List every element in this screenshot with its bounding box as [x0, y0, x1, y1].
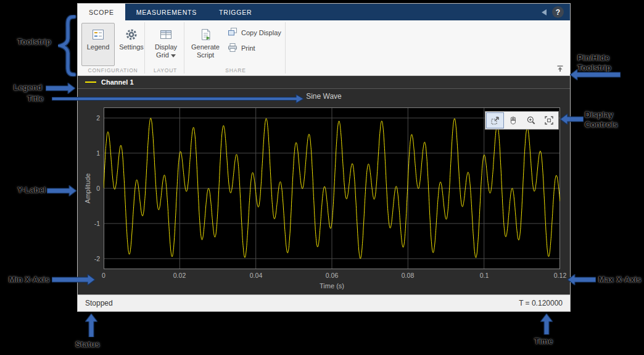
- annotation-arrow-display-controls: [560, 114, 584, 125]
- display-grid-label-line2-text: Grid: [156, 51, 169, 59]
- status-bar: Stopped T = 0.120000: [78, 294, 570, 311]
- scale-axes-icon: [490, 115, 500, 125]
- print-label: Print: [241, 44, 255, 52]
- help-button[interactable]: ?: [552, 6, 564, 18]
- tab-measurements[interactable]: MEASUREMENTS: [125, 4, 208, 20]
- tab-scope[interactable]: SCOPE: [78, 4, 125, 20]
- x-tick-min: 0: [102, 272, 105, 279]
- time-readout: T = 0.120000: [519, 299, 563, 307]
- annotation-max-x-axis: Max X-Axis: [598, 275, 641, 285]
- generate-script-label-line1: Generate: [191, 43, 220, 51]
- scope-display: Channel 1 Sine Wave Amplitude 2 1 0 -1 -…: [78, 76, 570, 294]
- annotation-legend: Legend: [14, 83, 42, 93]
- toolstrip: Legend Settings: [78, 20, 570, 76]
- legend-icon: [91, 26, 105, 43]
- y-tick: 1: [84, 149, 100, 157]
- zoom-in-icon: [526, 115, 536, 125]
- x-tick: 0.08: [402, 272, 414, 279]
- group-label-share: SHARE: [225, 67, 246, 73]
- y-tick: 2: [84, 114, 100, 122]
- plot-area: Amplitude 2 1 0 -1 -2: [78, 102, 570, 294]
- print-button[interactable]: Print: [227, 42, 281, 54]
- annotation-arrow-title: [52, 94, 303, 104]
- copy-display-label: Copy Display: [241, 29, 281, 36]
- fit-to-view-button[interactable]: [540, 112, 558, 128]
- pan-button[interactable]: [504, 112, 522, 128]
- collapse-chevron-icon[interactable]: [542, 9, 547, 15]
- fit-to-view-icon: [544, 115, 554, 125]
- generate-script-button[interactable]: Generate Script: [188, 23, 223, 66]
- x-tick: 0.04: [250, 272, 262, 279]
- group-label-layout: LAYOUT: [154, 67, 177, 73]
- x-tick-max: 0.12: [554, 272, 566, 279]
- display-grid-label-line1: Display: [155, 43, 177, 51]
- annotation-status: Status: [75, 340, 100, 349]
- annotation-y-label: Y-Label: [17, 185, 46, 195]
- x-axis-label: Time (s): [320, 282, 344, 290]
- x-tick: 0.06: [326, 272, 338, 279]
- page: SCOPE MEASUREMENTS TRIGGER ?: [0, 0, 644, 355]
- toolstrip-separator: [144, 22, 145, 73]
- display-grid-label-line2: Grid: [156, 51, 176, 59]
- status-text: Stopped: [85, 299, 113, 307]
- legend-bar[interactable]: Channel 1: [78, 76, 570, 89]
- zoom-in-button[interactable]: [522, 112, 540, 128]
- y-tick: 0: [84, 185, 100, 192]
- annotation-display-controls: Display Controls: [585, 110, 624, 130]
- legend-button[interactable]: Legend: [81, 23, 115, 66]
- channel-label: Channel 1: [101, 78, 134, 86]
- toolstrip-separator: [184, 22, 184, 73]
- copy-display-icon: [227, 27, 238, 39]
- annotation-arrow-pin-hide: [570, 69, 621, 80]
- display-grid-icon: [159, 26, 173, 43]
- annotation-arrow-status: [85, 314, 97, 337]
- settings-button[interactable]: Settings: [115, 23, 148, 66]
- annotation-time: Time: [534, 336, 553, 346]
- pin-toolstrip-icon: [556, 64, 564, 73]
- plot-canvas[interactable]: [104, 107, 560, 269]
- toolstrip-separator: [285, 22, 286, 73]
- annotation-arrow-legend: [46, 83, 75, 94]
- scale-axes-button[interactable]: [486, 112, 504, 128]
- annotation-arrow-y-label: [47, 185, 76, 196]
- generate-script-icon: [198, 26, 213, 43]
- x-tick: 0.02: [173, 272, 186, 279]
- tab-bar: SCOPE MEASUREMENTS TRIGGER ?: [78, 4, 570, 20]
- gear-icon: [124, 26, 139, 43]
- annotation-arrow-min-x: [52, 274, 95, 285]
- scope-window: SCOPE MEASUREMENTS TRIGGER ?: [77, 3, 571, 312]
- annotation-arrow-time: [540, 314, 553, 335]
- print-icon: [227, 42, 238, 54]
- settings-button-label: Settings: [119, 43, 144, 51]
- dropdown-caret-icon: [171, 54, 176, 57]
- annotation-toolstrip: Toolstrip: [17, 37, 51, 47]
- copy-display-button[interactable]: Copy Display: [227, 27, 281, 39]
- annotation-min-x-axis: Min X-Axis: [9, 275, 49, 285]
- display-controls-toolbar: [485, 111, 559, 130]
- group-label-configuration: CONFIGURATION: [88, 67, 138, 73]
- y-tick: -2: [84, 255, 100, 262]
- annotation-title: Title: [27, 94, 44, 104]
- annotation-brace-toolstrip: [58, 15, 76, 77]
- legend-button-label: Legend: [87, 43, 110, 51]
- pin-toolstrip-button[interactable]: [555, 64, 566, 73]
- x-tick: 0.1: [480, 272, 489, 279]
- tab-trigger[interactable]: TRIGGER: [208, 4, 263, 20]
- pan-icon: [508, 115, 518, 125]
- display-grid-button[interactable]: Display Grid: [148, 23, 184, 66]
- channel-line-sample: [85, 81, 96, 83]
- generate-script-label-line2: Script: [197, 51, 214, 59]
- annotation-arrow-max-x: [568, 274, 596, 285]
- y-tick: -1: [84, 220, 100, 227]
